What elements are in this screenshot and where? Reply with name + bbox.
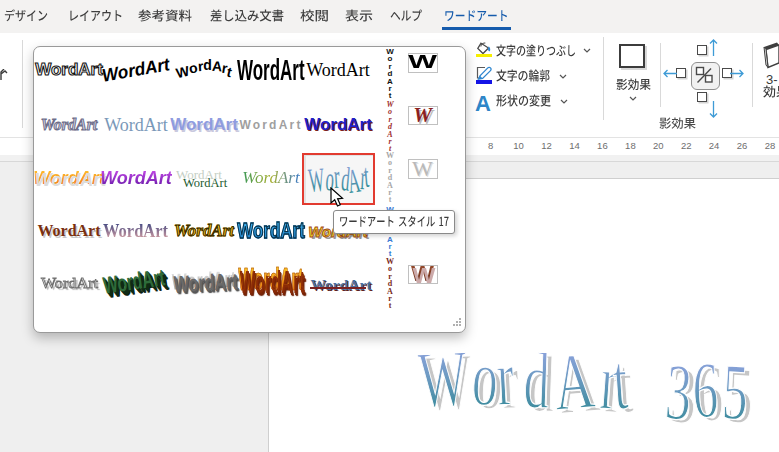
svg-text:W: W [307,160,326,199]
svg-text:A: A [550,340,598,427]
svg-text:W: W [416,340,469,425]
svg-text:d: d [522,340,551,426]
svg-text:6: 6 [692,345,719,435]
svg-text:5: 5 [720,347,750,438]
